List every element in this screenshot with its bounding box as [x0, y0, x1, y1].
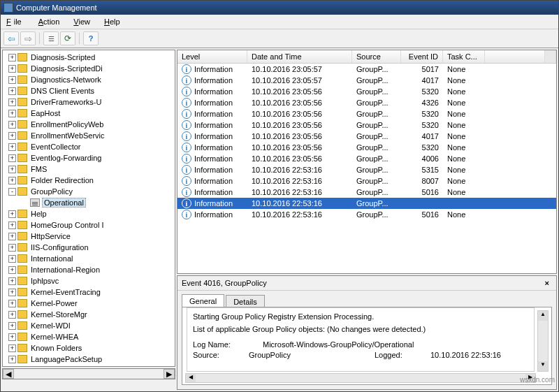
tree-item[interactable]: +Diagnosis-Scripted	[3, 52, 175, 63]
expand-icon[interactable]: -	[8, 188, 16, 196]
detail-hscrollbar[interactable]: ◀ ▶	[185, 373, 536, 383]
scroll-track[interactable]	[14, 369, 164, 379]
tree-hscrollbar[interactable]: ◀ ▶	[2, 368, 175, 379]
expand-icon[interactable]: +	[8, 143, 16, 151]
expand-icon[interactable]: +	[8, 76, 16, 84]
tree-item[interactable]: +DriverFrameworks-U	[3, 96, 175, 108]
table-row[interactable]: iInformation10.10.2016 23:05:56GroupP...…	[177, 119, 556, 131]
title-bar[interactable]: Computer Management	[1, 1, 558, 15]
help-button[interactable]	[83, 31, 99, 45]
table-row[interactable]: iInformation10.10.2016 22:53:16GroupP...…	[177, 164, 556, 175]
scroll-left-button[interactable]: ◀	[186, 374, 196, 382]
table-row[interactable]: iInformation10.10.2016 22:53:16GroupP...…	[177, 175, 556, 187]
back-button[interactable]	[3, 31, 19, 45]
close-icon[interactable]: ×	[542, 279, 552, 287]
tree-item[interactable]: +EapHost	[3, 108, 175, 119]
expand-icon[interactable]: +	[8, 333, 16, 341]
expand-icon[interactable]: +	[8, 311, 16, 319]
tree-item[interactable]: +Known Folders	[3, 342, 175, 354]
table-row[interactable]: iInformation10.10.2016 23:05:56GroupP...…	[177, 108, 556, 119]
refresh-button[interactable]	[60, 31, 75, 45]
menu-file[interactable]: File	[3, 16, 27, 27]
tree-item[interactable]: +EnrollmentWebServic	[3, 130, 175, 141]
folder-icon	[17, 154, 27, 162]
expand-icon[interactable]: +	[8, 222, 16, 229]
expand-icon[interactable]: +	[8, 110, 16, 117]
expand-icon[interactable]: +	[8, 99, 16, 106]
col-task[interactable]: Task C...	[443, 50, 485, 63]
expand-icon[interactable]: +	[8, 244, 16, 252]
tree-item[interactable]: +Folder Redirection	[3, 175, 175, 186]
table-row[interactable]: iInformation10.10.2016 22:53:16GroupP...…	[177, 209, 556, 220]
tree-item[interactable]: +IIS-Configuration	[3, 242, 175, 253]
tree-item[interactable]: -GroupPolicy	[3, 186, 175, 197]
tree-item[interactable]: Operational	[3, 197, 175, 208]
table-row[interactable]: iInformation10.10.2016 23:05:56GroupP...…	[177, 142, 556, 153]
tree-item[interactable]: +HomeGroup Control I	[3, 219, 175, 231]
tree-item[interactable]: +Kernel-Power	[3, 298, 175, 309]
tree-item[interactable]: +Eventlog-Forwarding	[3, 152, 175, 164]
expand-icon[interactable]: +	[8, 121, 16, 129]
expand-icon[interactable]: +	[8, 166, 16, 173]
expand-icon[interactable]: +	[8, 210, 16, 218]
expand-icon[interactable]: +	[8, 233, 16, 240]
tree-item[interactable]: +LanguagePackSetup	[3, 354, 175, 365]
tree-item[interactable]: +Diagnosis-ScriptedDi	[3, 63, 175, 74]
table-row[interactable]: iInformation10.10.2016 23:05:56GroupP...…	[177, 153, 556, 164]
tree-item[interactable]: +Help	[3, 208, 175, 219]
menu-help[interactable]: Help	[101, 16, 123, 27]
expand-icon[interactable]: +	[8, 356, 16, 363]
tree-item[interactable]: +Diagnostics-Network	[3, 74, 175, 85]
col-date[interactable]: Date and Time	[247, 50, 352, 63]
tree-item[interactable]: +Kernel-WDI	[3, 320, 175, 331]
tree-item[interactable]: +Kernel-EventTracing	[3, 286, 175, 298]
expand-icon[interactable]: +	[8, 277, 16, 285]
table-row[interactable]: iInformation10.10.2016 23:05:56GroupP...…	[177, 86, 556, 97]
table-row[interactable]: iInformation10.10.2016 22:53:16GroupP...…	[177, 187, 556, 198]
menu-view[interactable]: View	[71, 16, 93, 27]
table-row[interactable]: iInformation10.10.2016 23:05:57GroupP...…	[177, 64, 556, 75]
tree-item[interactable]: +DNS Client Events	[3, 85, 175, 96]
tree-item[interactable]: +FMS	[3, 164, 175, 175]
scroll-left-button[interactable]: ◀	[3, 369, 14, 379]
expand-icon[interactable]: +	[8, 65, 16, 73]
expand-icon[interactable]: +	[8, 177, 16, 184]
table-row[interactable]: iInformation10.10.2016 23:05:56GroupP...…	[177, 131, 556, 142]
col-level[interactable]: Level	[177, 50, 247, 63]
tree-item[interactable]: +International-Region	[3, 264, 175, 275]
tree-item[interactable]: +Kernel-StoreMgr	[3, 309, 175, 320]
expand-icon[interactable]: +	[8, 289, 16, 296]
properties-button[interactable]	[43, 31, 59, 45]
expand-icon[interactable]: +	[8, 322, 16, 330]
detail-vscrollbar[interactable]: ▲ ▼	[537, 310, 549, 372]
expand-icon[interactable]: +	[8, 132, 16, 140]
tree-item[interactable]: +EventCollector	[3, 141, 175, 152]
tree-item[interactable]: +International	[3, 253, 175, 264]
tab-general[interactable]: General	[182, 294, 224, 307]
tree-item[interactable]: +Kernel-WHEA	[3, 331, 175, 342]
table-row[interactable]: iInformation10.10.2016 22:53:16GroupP...	[177, 198, 556, 209]
tree-item[interactable]: +EnrollmentPolicyWeb	[3, 119, 175, 130]
col-source[interactable]: Source	[352, 50, 401, 63]
menu-action[interactable]: Action	[36, 16, 63, 27]
expand-icon[interactable]: +	[8, 300, 16, 307]
scroll-down-button[interactable]: ▼	[538, 361, 548, 371]
expand-icon[interactable]: +	[8, 87, 16, 95]
scroll-up-button[interactable]: ▲	[538, 311, 548, 321]
expand-icon[interactable]: +	[8, 344, 16, 352]
scroll-track[interactable]	[196, 374, 525, 382]
table-row[interactable]: iInformation10.10.2016 23:05:56GroupP...…	[177, 97, 556, 108]
tree-pane[interactable]: +Diagnosis-Scripted+Diagnosis-ScriptedDi…	[2, 50, 175, 367]
tree-item[interactable]: +Iphlpsvc	[3, 275, 175, 286]
table-row[interactable]: iInformation10.10.2016 23:05:57GroupP...…	[177, 75, 556, 86]
col-eventid[interactable]: Event ID	[401, 50, 443, 63]
scroll-right-button[interactable]: ▶	[164, 369, 175, 379]
expand-icon[interactable]: +	[8, 54, 16, 61]
scroll-track[interactable]	[538, 321, 548, 361]
grid-body[interactable]: iInformation10.10.2016 23:05:57GroupP...…	[177, 64, 556, 273]
expand-icon[interactable]: +	[8, 255, 16, 263]
expand-icon[interactable]: +	[8, 154, 16, 162]
tree-item[interactable]: +HttpService	[3, 231, 175, 242]
expand-icon[interactable]: +	[8, 266, 16, 274]
forward-button[interactable]	[20, 31, 36, 45]
